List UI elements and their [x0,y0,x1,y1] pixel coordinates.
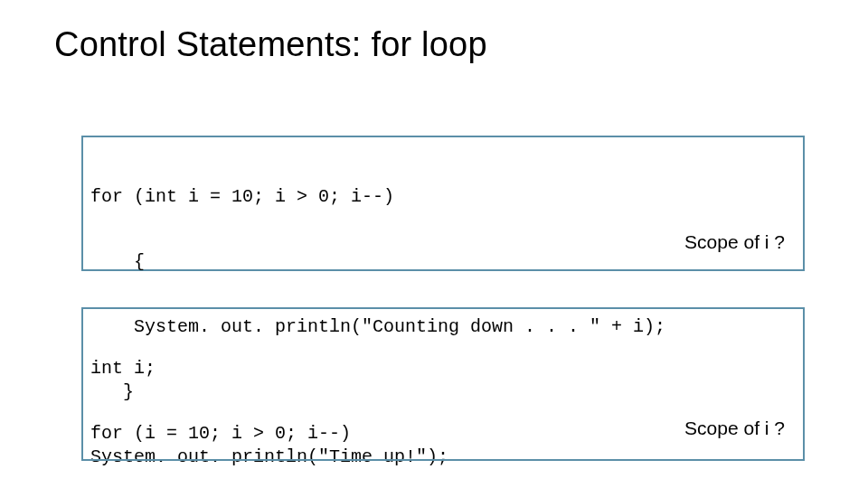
code-line: int i; [90,358,796,380]
scope-annotation-1: Scope of i ? [684,231,785,253]
code-line: { [90,251,796,273]
page-title: Control Statements: for loop [54,25,487,64]
slide: Control Statements: for loop for (int i … [0,0,868,488]
code-box-1: for (int i = 10; i > 0; i--) { System. o… [81,136,805,271]
code-line: for (int i = 10; i > 0; i--) [90,186,796,208]
scope-annotation-2: Scope of i ? [684,418,785,439]
code-block-2: int i; for (i = 10; i > 0; i--) { System… [90,314,796,488]
code-box-2: int i; for (i = 10; i > 0; i--) { System… [81,307,805,461]
